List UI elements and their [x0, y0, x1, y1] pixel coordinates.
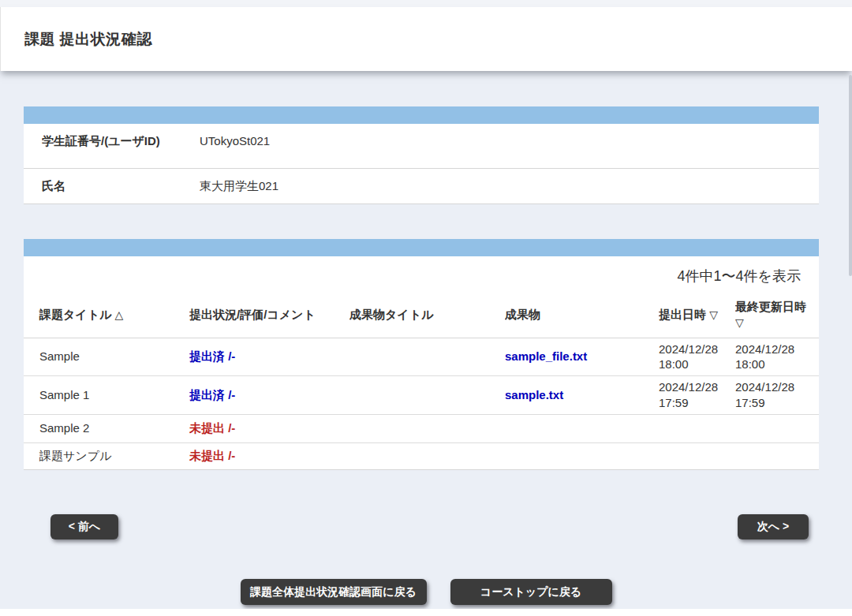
column-header-title-label: 課題タイトル [39, 308, 111, 321]
assignment-title: 課題サンプル [24, 442, 189, 469]
next-page-button[interactable]: 次へ > [738, 514, 809, 539]
submitted-date: 2024/12/28 18:00 [659, 338, 735, 375]
table-accent-bar [24, 106, 819, 124]
bottom-strip [0, 609, 852, 616]
result-count-text: 4件中1〜4件を表示 [24, 256, 819, 292]
column-header-submitted-label: 提出日時 [659, 308, 706, 321]
student-name-label: 氏名 [24, 169, 200, 203]
updated-date: 2024/12/28 17:59 [735, 375, 819, 414]
vertical-scrollbar[interactable] [849, 75, 852, 276]
column-header-title: 課題タイトル △ [24, 292, 189, 338]
assignment-row: Sample 1 提出済 /- sample.txt 2024/12/28 17… [24, 375, 819, 414]
submission-status-link[interactable]: 提出済 [189, 349, 225, 363]
footer-button-row: 課題全体提出状況確認画面に戻る コーストップに戻る [0, 579, 852, 605]
sort-descending-icon[interactable]: ▽ [735, 316, 744, 329]
student-name-row: 氏名 東大用学生021 [24, 169, 819, 204]
assignment-row: Sample 提出済 /- sample_file.txt 2024/12/28… [24, 338, 819, 375]
assignments-table: 課題タイトル △ 提出状況/評価/コメント 成果物タイトル 成果物 提出日時 ▽… [24, 292, 819, 470]
assignment-title: Sample 1 [24, 375, 189, 414]
column-header-updated-at: 最終更新日時 ▽ [735, 292, 819, 338]
student-id-row: 学生証番号/(ユーザID) UTokyoSt021 [24, 124, 819, 169]
submission-status-text: 未提出 [189, 421, 225, 435]
assignment-status-cell: 未提出 /- [189, 442, 349, 469]
artifact-title-cell [349, 414, 505, 442]
sort-descending-icon[interactable]: ▽ [709, 308, 718, 321]
submitted-date [659, 442, 735, 469]
assignment-title: Sample 2 [24, 414, 189, 442]
table-accent-bar [24, 239, 819, 256]
column-header-artifact-title: 成果物タイトル [349, 292, 505, 338]
column-header-status: 提出状況/評価/コメント [189, 292, 349, 338]
updated-date [735, 414, 819, 442]
artifact-title-cell [349, 338, 505, 375]
updated-date [735, 442, 819, 469]
previous-page-button[interactable]: < 前へ [50, 514, 118, 539]
student-id-label: 学生証番号/(ユーザID) [24, 124, 200, 168]
grade-text: /- [228, 388, 235, 401]
sort-ascending-icon[interactable]: △ [115, 308, 124, 321]
student-id-value: UTokyoSt021 [200, 124, 270, 168]
page-header: 課題 提出状況確認 [0, 7, 852, 71]
grade-text: /- [228, 349, 235, 363]
back-to-overall-status-button[interactable]: 課題全体提出状況確認画面に戻る [241, 579, 427, 605]
artifact-title-cell [349, 375, 505, 414]
artifact-cell: sample.txt [505, 375, 659, 414]
assignment-status-cell: 提出済 /- [189, 338, 349, 375]
grade-text: /- [228, 449, 235, 462]
submitted-date: 2024/12/28 17:59 [659, 375, 735, 414]
artifact-cell [505, 442, 659, 469]
back-to-course-top-button[interactable]: コーストップに戻る [450, 579, 612, 605]
artifact-cell [505, 414, 659, 442]
assignment-status-cell: 未提出 /- [189, 414, 349, 442]
submitted-date [659, 414, 735, 442]
submission-status-link[interactable]: 提出済 [189, 388, 225, 401]
artifact-title-cell [349, 442, 505, 469]
column-header-submitted-at: 提出日時 ▽ [659, 292, 735, 338]
assignment-row: 課題サンプル 未提出 /- [24, 442, 819, 469]
grade-text: /- [228, 421, 235, 435]
top-strip [0, 0, 852, 7]
student-info-panel: 学生証番号/(ユーザID) UTokyoSt021 氏名 東大用学生021 [24, 106, 819, 204]
student-name-value: 東大用学生021 [200, 169, 278, 203]
assignment-row: Sample 2 未提出 /- [24, 414, 819, 442]
artifact-cell: sample_file.txt [505, 338, 659, 375]
updated-date: 2024/12/28 18:00 [735, 338, 819, 375]
page-title: 課題 提出状況確認 [24, 29, 152, 50]
assignment-title: Sample [24, 338, 189, 375]
column-header-artifact: 成果物 [505, 292, 659, 338]
assignment-status-cell: 提出済 /- [189, 375, 349, 414]
artifact-file-link[interactable]: sample.txt [505, 388, 563, 401]
column-header-updated-label: 最終更新日時 [735, 300, 806, 313]
table-header-row: 課題タイトル △ 提出状況/評価/コメント 成果物タイトル 成果物 提出日時 ▽… [24, 292, 819, 338]
artifact-file-link[interactable]: sample_file.txt [505, 349, 587, 363]
assignments-panel: 4件中1〜4件を表示 課題タイトル △ 提出状況/評価/コメント 成果物タイトル… [24, 239, 819, 470]
submission-status-text: 未提出 [189, 449, 225, 462]
